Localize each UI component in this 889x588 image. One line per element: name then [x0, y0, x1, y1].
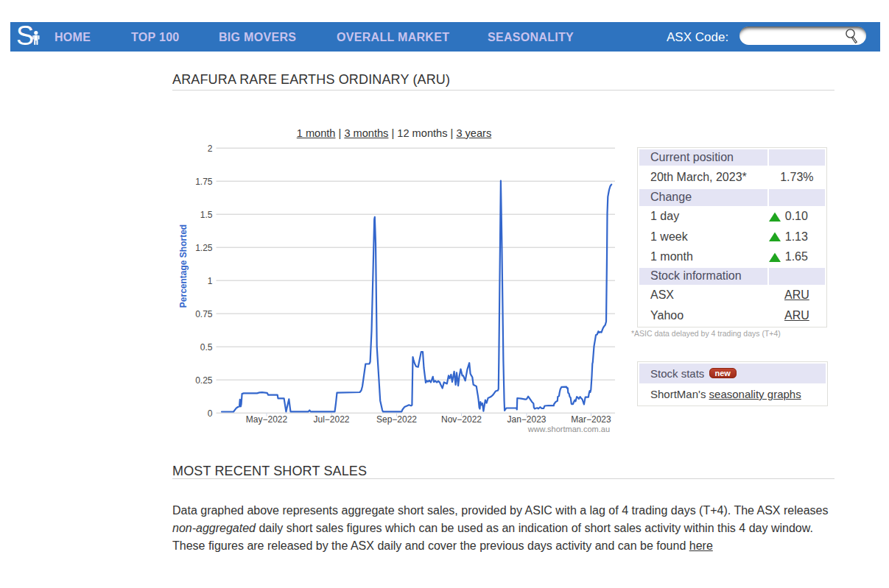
svg-text:Sep−2022: Sep−2022 — [376, 414, 417, 425]
svg-text:1.25: 1.25 — [195, 243, 213, 253]
svg-text:0.5: 0.5 — [200, 342, 213, 353]
svg-text:1.75: 1.75 — [195, 177, 213, 187]
svg-text:1.5: 1.5 — [200, 210, 213, 220]
svg-text:Jul−2022: Jul−2022 — [313, 414, 349, 425]
svg-text:Nov−2022: Nov−2022 — [441, 414, 482, 425]
svg-text:www.shortman.com.au: www.shortman.com.au — [527, 425, 610, 433]
svg-text:Mar−2023: Mar−2023 — [571, 414, 611, 425]
svg-text:0.25: 0.25 — [195, 375, 213, 386]
svg-text:2: 2 — [208, 144, 213, 154]
svg-text:0: 0 — [208, 408, 213, 419]
svg-text:1: 1 — [208, 276, 213, 286]
svg-text:May−2022: May−2022 — [246, 414, 288, 425]
svg-text:Percentage Shorted: Percentage Shorted — [178, 224, 189, 308]
svg-text:Jan−2023: Jan−2023 — [507, 414, 546, 425]
svg-text:0.75: 0.75 — [195, 309, 213, 319]
